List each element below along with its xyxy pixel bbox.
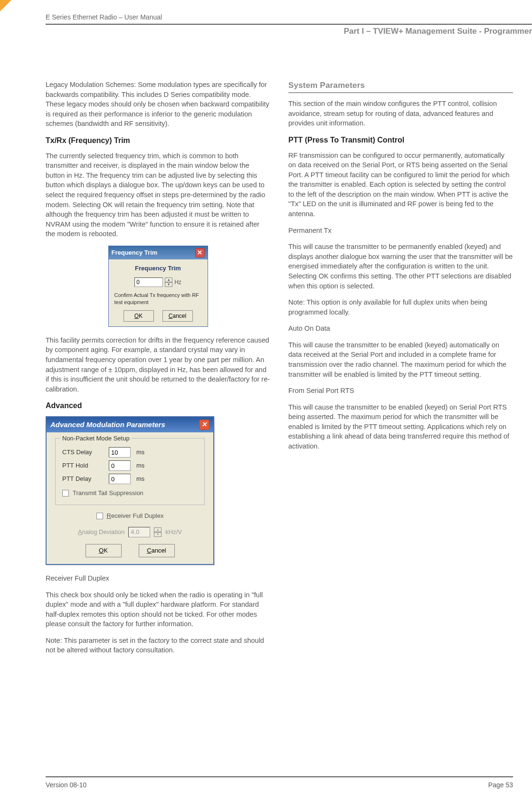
permanent-tx-note: Note: This option is only available for … — [288, 297, 513, 317]
left-column: Legacy Modulation Schemes: Some modulati… — [46, 80, 270, 662]
nonpacket-legend: Non-Packet Mode Setup — [60, 434, 132, 443]
nonpacket-fieldset: Non-Packet Mode Setup CTS Delay ms PTT H… — [55, 438, 205, 505]
txrx-trim-text-2: This facility permits correction for dri… — [46, 335, 270, 394]
heading-system-parameters: System Parameters — [288, 80, 513, 93]
auto-on-data-text: This will cause the transmitter to be en… — [288, 340, 513, 379]
ptt-delay-input[interactable] — [109, 474, 131, 484]
permanent-tx-text: This will cause the transmitter to be pe… — [288, 242, 513, 291]
transmit-tail-suppression-label: Transmit Tail Suppression — [73, 489, 143, 497]
dialog-titlebar: Frequency Trim ✕ — [109, 246, 208, 259]
frequency-trim-hint: Confirm Actual Tx frequency with RF test… — [114, 292, 202, 306]
spinner-icon: ▲▼ — [154, 527, 162, 537]
page-corner-accent — [0, 0, 11, 11]
frequency-trim-input[interactable] — [134, 277, 163, 287]
header-rule — [46, 24, 532, 25]
dialog-title-text: Frequency Trim — [112, 248, 158, 257]
right-column: System Parameters This section of the ma… — [288, 80, 513, 662]
frequency-trim-unit: Hz — [174, 278, 181, 286]
transmit-tail-suppression-checkbox[interactable] — [62, 490, 69, 496]
advanced-modulation-dialog: Advanced Modulation Parameters ✕ Non-Pac… — [46, 416, 214, 565]
page-footer: Version 08-10 Page 53 — [46, 776, 513, 789]
part-title: Part I – TVIEW+ Management Suite - Progr… — [344, 27, 532, 36]
system-parameters-text: This section of the main window configur… — [288, 99, 513, 128]
page-number: Page 53 — [488, 781, 513, 789]
close-icon[interactable]: ✕ — [199, 420, 209, 430]
heading-txrx-trim: Tx/Rx (Frequency) Trim — [46, 135, 270, 146]
receiver-full-duplex-text-2: Note: This parameter is set in the facto… — [46, 636, 270, 655]
version-label: Version 08-10 — [46, 781, 86, 789]
ok-button[interactable]: OK — [124, 310, 154, 322]
frequency-trim-dialog: Frequency Trim ✕ Frequency Trim ▲▼ Hz Co… — [108, 246, 208, 327]
ptt-delay-label: PTT Delay — [62, 475, 105, 483]
auto-on-data-subheading: Auto On Data — [288, 324, 513, 334]
ok-button[interactable]: OK — [86, 544, 122, 557]
receiver-full-duplex-text-1: This check box should only be ticked whe… — [46, 590, 270, 629]
receiver-full-duplex-subheading: Receiver Full Duplex — [46, 573, 270, 583]
analog-deviation-label: Analog Deviation — [78, 528, 124, 536]
analog-deviation-input — [128, 527, 150, 537]
cts-delay-input[interactable] — [109, 447, 131, 458]
receiver-full-duplex-checkbox[interactable] — [96, 513, 103, 519]
ms-unit: ms — [136, 448, 144, 457]
ptt-hold-input[interactable] — [109, 460, 131, 471]
frequency-trim-label: Frequency Trim — [114, 264, 202, 273]
ptt-control-text: RF transmission can be configured to occ… — [288, 151, 513, 219]
legacy-modulation-text: Legacy Modulation Schemes: Some modulati… — [46, 80, 270, 129]
ptt-hold-label: PTT Hold — [62, 461, 105, 470]
footer-rule — [46, 776, 513, 777]
from-serial-port-rts-subheading: From Serial Port RTS — [288, 386, 513, 396]
spinner-icon[interactable]: ▲▼ — [165, 277, 172, 287]
analog-deviation-unit: kHz/V — [165, 528, 182, 536]
ms-unit: ms — [136, 475, 144, 483]
cts-delay-label: CTS Delay — [62, 448, 105, 457]
dialog-title-text: Advanced Modulation Parameters — [50, 420, 165, 430]
heading-ptt-control: PTT (Press To Transmit) Control — [288, 135, 513, 146]
close-icon[interactable]: ✕ — [195, 248, 205, 258]
txrx-trim-text-1: The currently selected frequency trim, w… — [46, 151, 270, 239]
dialog-titlebar: Advanced Modulation Parameters ✕ — [47, 417, 213, 432]
permanent-tx-subheading: Permanent Tx — [288, 226, 513, 236]
cancel-button[interactable]: Cancel — [139, 544, 175, 557]
doc-title: E Series Ethernet Radio – User Manual — [46, 13, 532, 21]
cancel-button[interactable]: Cancel — [162, 310, 193, 322]
from-serial-port-rts-text: This will cause the transmitter to be en… — [288, 402, 513, 451]
ms-unit: ms — [136, 461, 144, 470]
heading-advanced: Advanced — [46, 401, 270, 411]
receiver-full-duplex-label: Receiver Full Duplex — [107, 512, 164, 520]
